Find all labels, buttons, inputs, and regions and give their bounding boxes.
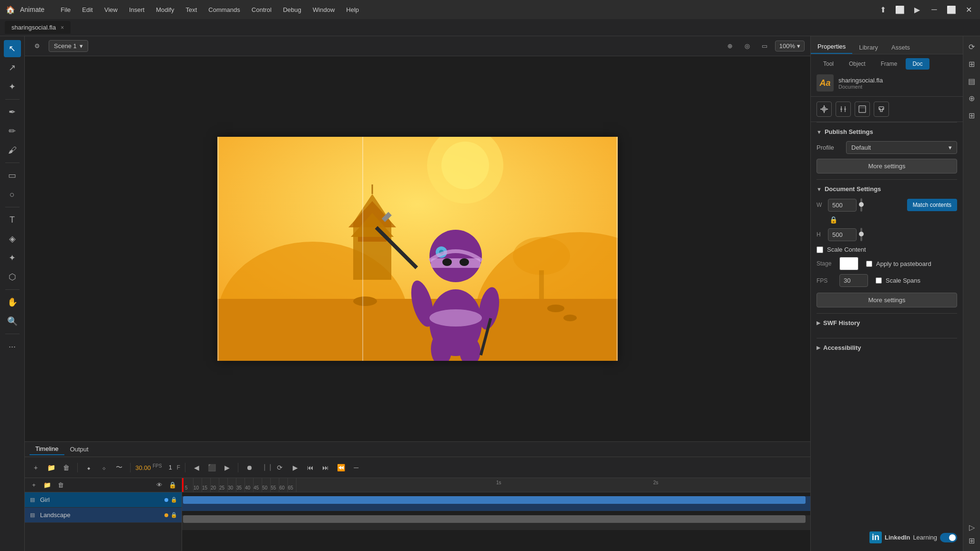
- next-keyframe-btn[interactable]: ▶: [221, 461, 233, 474]
- layer-del-btn[interactable]: 🗑: [55, 480, 66, 490]
- minimize-button[interactable]: ─: [928, 3, 941, 16]
- brush-tool[interactable]: 🖌: [4, 142, 21, 159]
- timeline-frames[interactable]: 5 10 15 20 25 30 35 40 45 50 55 60: [182, 478, 810, 551]
- width-input[interactable]: [828, 199, 857, 212]
- publish-settings-header[interactable]: ▼ Publish Settings: [817, 128, 957, 135]
- apply-pasteboard-checkbox[interactable]: [866, 261, 872, 267]
- subselect-tool[interactable]: ↗: [4, 59, 21, 76]
- profile-select[interactable]: Default ▾: [846, 141, 957, 154]
- prop-tab-frame[interactable]: Frame: [874, 58, 904, 70]
- snap-icon-2[interactable]: [836, 102, 851, 117]
- menu-edit[interactable]: Edit: [77, 4, 97, 15]
- menu-commands[interactable]: Commands: [204, 4, 245, 15]
- snap-icon-1[interactable]: [817, 102, 832, 117]
- tab-assets[interactable]: Assets: [885, 41, 917, 54]
- menu-window[interactable]: Window: [308, 4, 339, 15]
- onion-skin-btn[interactable]: ⟳: [274, 461, 286, 474]
- eyedropper-tool[interactable]: ✦: [4, 249, 21, 266]
- width-slider[interactable]: [860, 198, 862, 212]
- tab-properties[interactable]: Properties: [811, 40, 852, 54]
- more-tools[interactable]: ···: [4, 338, 21, 355]
- pencil-tool[interactable]: ✏: [4, 122, 21, 140]
- reverse-btn[interactable]: ⏪: [335, 461, 347, 474]
- keyframe-type-btn[interactable]: ⬦: [98, 461, 110, 474]
- match-contents-btn[interactable]: Match contents: [907, 199, 957, 211]
- dimension-lock-icon[interactable]: 🔒: [828, 214, 838, 225]
- lock-all-icon[interactable]: 🔒: [167, 480, 178, 490]
- height-input[interactable]: [828, 228, 857, 241]
- scale-spans-checkbox[interactable]: [876, 277, 882, 284]
- far-right-btn-1[interactable]: ⟳: [965, 40, 979, 53]
- snap-icon-4[interactable]: [874, 102, 889, 117]
- hand-tool[interactable]: ✋: [4, 294, 21, 311]
- accessibility-header[interactable]: ▶ Accessibility: [817, 344, 957, 351]
- keyframe-btn[interactable]: ⬥: [82, 461, 95, 474]
- home-icon[interactable]: 🏠: [5, 4, 16, 15]
- delete-layer-btn[interactable]: 🗑: [60, 461, 72, 474]
- oval-tool[interactable]: ○: [4, 186, 21, 203]
- tab-timeline[interactable]: Timeline: [30, 443, 64, 455]
- far-right-btn-bottom-1[interactable]: ▷: [965, 520, 979, 534]
- fullscreen-button[interactable]: ⬜: [893, 3, 907, 16]
- pen-tool[interactable]: ✒: [4, 103, 21, 121]
- menu-modify[interactable]: Modify: [151, 4, 179, 15]
- snap-icon-3[interactable]: [855, 102, 870, 117]
- play-all-btn[interactable]: ⏭: [319, 461, 332, 474]
- layer-row-landscape[interactable]: ▤ Landscape 🔒: [25, 508, 182, 523]
- menu-help[interactable]: Help: [341, 4, 364, 15]
- prop-tab-doc[interactable]: Doc: [906, 58, 929, 70]
- stage[interactable]: [217, 137, 618, 361]
- layer-lock-landscape[interactable]: 🔒: [170, 511, 178, 519]
- canvas-icon-2[interactable]: ◎: [741, 40, 754, 53]
- far-right-btn-2[interactable]: ⊞: [965, 57, 979, 71]
- stop-btn[interactable]: ⬛: [205, 461, 218, 474]
- transform-tool[interactable]: ✦: [4, 78, 21, 95]
- layer-folder-btn[interactable]: 📁: [42, 480, 52, 490]
- frame-row-girl[interactable]: [182, 496, 810, 511]
- eraser-tool[interactable]: ⬡: [4, 268, 21, 286]
- motion-path-btn[interactable]: 〜: [113, 461, 125, 474]
- menu-file[interactable]: File: [56, 4, 75, 15]
- rewind-btn[interactable]: ⏮: [304, 461, 316, 474]
- scene-selector[interactable]: Scene 1 ▾: [49, 40, 88, 52]
- scale-content-checkbox[interactable]: [817, 246, 823, 253]
- layer-add-btn[interactable]: +: [29, 480, 39, 490]
- paint-bucket-tool[interactable]: ◈: [4, 230, 21, 247]
- prop-tab-object[interactable]: Object: [842, 58, 872, 70]
- height-slider[interactable]: [860, 228, 862, 241]
- far-right-btn-3[interactable]: ▤: [965, 74, 979, 88]
- add-folder-btn[interactable]: 📁: [45, 461, 57, 474]
- doc-more-settings-btn[interactable]: More settings: [817, 293, 957, 307]
- canvas-icon-3[interactable]: ▭: [758, 40, 771, 53]
- play-button[interactable]: ▶: [910, 3, 924, 16]
- text-tool[interactable]: T: [4, 211, 21, 228]
- add-layer-btn[interactable]: +: [30, 461, 42, 474]
- file-tab-close[interactable]: ×: [61, 24, 64, 31]
- stage-color-picker[interactable]: [839, 257, 858, 270]
- layer-lock-girl[interactable]: 🔒: [170, 496, 178, 504]
- far-right-btn-5[interactable]: ⊞: [965, 109, 979, 122]
- maximize-button[interactable]: ⬜: [945, 3, 958, 16]
- select-tool[interactable]: ↖: [4, 40, 21, 57]
- tab-library[interactable]: Library: [852, 41, 885, 54]
- loop-btn[interactable]: ⏺: [243, 461, 255, 474]
- canvas-icon-1[interactable]: ⊕: [724, 40, 737, 53]
- canvas-tool-icon[interactable]: ⚙: [31, 40, 44, 53]
- publish-more-settings-btn[interactable]: More settings: [817, 159, 957, 173]
- layer-row-girl[interactable]: ▤ Girl 🔒: [25, 492, 182, 508]
- options-btn[interactable]: ─: [350, 461, 362, 474]
- rect-tool[interactable]: ▭: [4, 167, 21, 184]
- loop-type-btn[interactable]: ⎹⎹: [258, 461, 271, 474]
- file-tab[interactable]: sharingsocial.fla ×: [5, 21, 71, 34]
- menu-view[interactable]: View: [100, 4, 122, 15]
- zoom-control[interactable]: 100% ▾: [775, 41, 805, 51]
- zoom-tool[interactable]: 🔍: [4, 313, 21, 330]
- swf-history-header[interactable]: ▶ SWF History: [817, 319, 957, 327]
- close-button[interactable]: ✕: [962, 3, 975, 16]
- menu-control[interactable]: Control: [247, 4, 276, 15]
- prop-tab-tool[interactable]: Tool: [817, 58, 840, 70]
- frame-row-landscape[interactable]: [182, 515, 810, 531]
- visibility-icon[interactable]: 👁: [154, 480, 164, 490]
- export-button[interactable]: ⬆: [876, 3, 889, 16]
- menu-text[interactable]: Text: [181, 4, 202, 15]
